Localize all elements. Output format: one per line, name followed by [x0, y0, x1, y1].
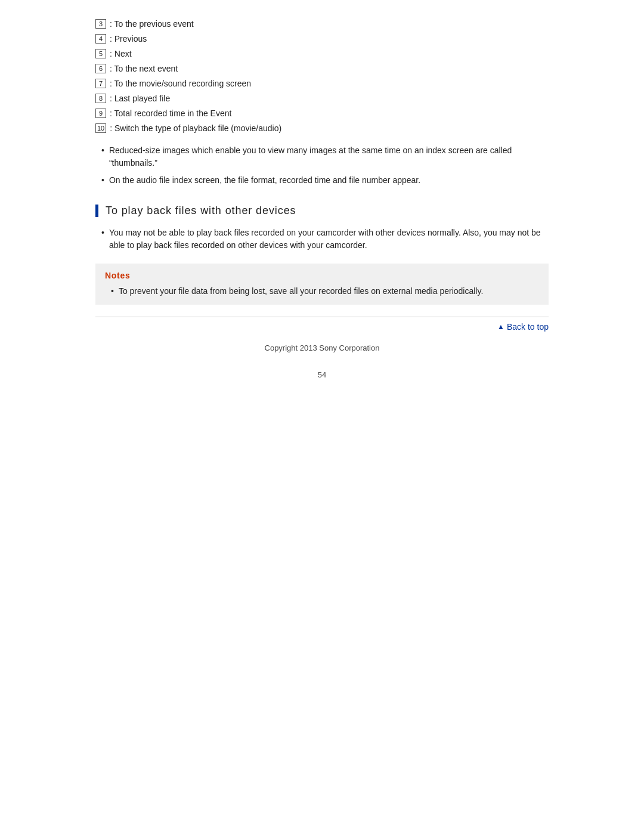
badge-9: 9	[95, 109, 106, 118]
page-container: 3 : To the previous event 4 : Previous 5…	[0, 0, 644, 833]
item-7-text: : To the movie/sound recording screen	[110, 78, 251, 90]
bullet-list: Reduced-size images which enable you to …	[95, 144, 549, 187]
list-item-6: 6 : To the next event	[95, 63, 549, 75]
section-bullet-item: You may not be able to play back files r…	[101, 227, 549, 252]
section-body: You may not be able to play back files r…	[95, 227, 549, 252]
item-9-text: : Total recorded time in the Event	[110, 107, 231, 120]
list-item-5: 5 : Next	[95, 48, 549, 60]
badge-4: 4	[95, 34, 106, 44]
back-to-top-link[interactable]: ▲ Back to top	[497, 322, 549, 332]
list-item-4: 4 : Previous	[95, 33, 549, 45]
list-item-8: 8 : Last played file	[95, 92, 549, 105]
list-item-10: 10 : Switch the type of playback file (m…	[95, 122, 549, 135]
item-8-text: : Last played file	[110, 92, 170, 105]
notes-list: To prevent your file data from being los…	[105, 285, 539, 298]
badge-7: 7	[95, 79, 106, 88]
list-item-7: 7 : To the movie/sound recording screen	[95, 78, 549, 90]
footer-divider	[95, 317, 549, 317]
blue-bar-icon	[95, 205, 98, 217]
back-to-top-arrow-icon: ▲	[497, 323, 504, 331]
notes-item-1: To prevent your file data from being los…	[111, 285, 539, 298]
bullet-item-2: On the audio file index screen, the file…	[101, 174, 549, 187]
badge-10: 10	[95, 123, 106, 133]
bullet-item-1-text: Reduced-size images which enable you to …	[109, 144, 549, 169]
section-bullet-text: You may not be able to play back files r…	[109, 227, 549, 252]
item-4-text: : Previous	[110, 33, 147, 45]
notes-box: Notes To prevent your file data from bei…	[95, 264, 549, 305]
notes-title: Notes	[105, 271, 539, 280]
item-5-text: : Next	[110, 48, 132, 60]
bullet-item-2-text: On the audio file index screen, the file…	[109, 174, 420, 187]
page-number: 54	[95, 370, 549, 379]
badge-3: 3	[95, 19, 106, 29]
bullet-item-1: Reduced-size images which enable you to …	[101, 144, 549, 169]
list-item-9: 9 : Total recorded time in the Event	[95, 107, 549, 120]
badge-5: 5	[95, 49, 106, 58]
back-to-top-text: Back to top	[507, 322, 549, 332]
numbered-list: 3 : To the previous event 4 : Previous 5…	[95, 18, 549, 135]
footer-row: ▲ Back to top	[95, 322, 549, 332]
item-10-text: : Switch the type of playback file (movi…	[110, 122, 281, 135]
badge-6: 6	[95, 64, 106, 73]
list-item-3: 3 : To the previous event	[95, 18, 549, 30]
item-6-text: : To the next event	[110, 63, 178, 75]
badge-8: 8	[95, 94, 106, 103]
section-heading: To play back files with other devices	[95, 205, 549, 217]
section-bullet-list: You may not be able to play back files r…	[95, 227, 549, 252]
section-title: To play back files with other devices	[106, 205, 296, 217]
copyright: Copyright 2013 Sony Corporation	[95, 343, 549, 352]
notes-item-1-text: To prevent your file data from being los…	[119, 285, 483, 298]
item-3-text: : To the previous event	[110, 18, 194, 30]
